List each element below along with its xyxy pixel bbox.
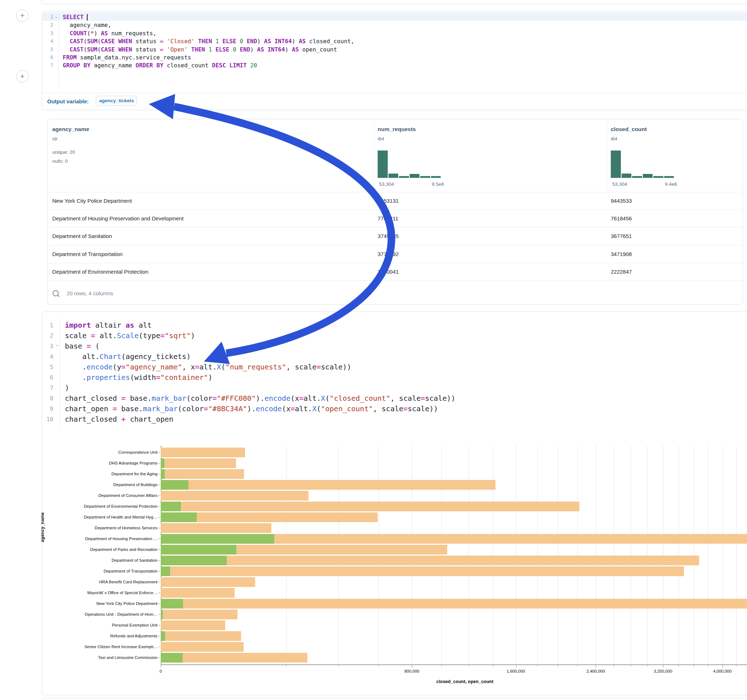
- code-line[interactable]: base = (: [65, 341, 100, 352]
- code-line[interactable]: CAST(SUM(CASE WHEN status = 'Open' THEN …: [63, 45, 337, 54]
- x-axis-tick-label: 800,000: [404, 669, 419, 673]
- y-axis-label: Department of Transportation: [41, 569, 157, 573]
- y-axis-label: New York City Police Department: [41, 601, 157, 606]
- add-cell-button-top[interactable]: +: [16, 9, 29, 22]
- row-divider: [48, 210, 742, 210]
- y-axis-tick: [158, 582, 160, 582]
- y-axis-label: HRA Benefit Card Replacement: [41, 579, 157, 584]
- row-divider: [48, 281, 742, 281]
- chart-bar-open_count: [161, 512, 197, 522]
- y-axis-label: Operations Unit - Department of Hom…: [41, 612, 157, 617]
- output-variable-pill[interactable]: agency_tickets: [96, 96, 137, 106]
- line-number: 2: [42, 21, 53, 29]
- chart-bar-open_count: [161, 502, 181, 511]
- code-line[interactable]: chart_closed = base.mark_bar(color="#FFC…: [65, 393, 455, 404]
- y-axis-label: Department of Parks and Recreation: [41, 547, 157, 552]
- histogram-bar: [611, 151, 621, 178]
- output-variable-label: Output variable:: [47, 98, 89, 104]
- x-axis-tick-label: 2,400,000: [587, 669, 605, 673]
- y-axis-tick: [158, 474, 160, 475]
- table-cell: 3471908: [611, 251, 632, 257]
- histogram-bar: [399, 176, 409, 178]
- y-axis-tick: [158, 647, 160, 647]
- y-axis-label: Senior Citizen Rent Increase Exempti…: [41, 644, 157, 649]
- histogram-bar: [664, 176, 674, 178]
- code-line[interactable]: scale = alt.Scale(type="sqrt"): [65, 330, 195, 341]
- column-type: i64: [378, 136, 384, 142]
- code-line[interactable]: chart_closed + chart_open: [65, 414, 173, 424]
- line-number: 9: [42, 404, 53, 414]
- code-line[interactable]: .encode(y="agency_name", x=alt.X("num_re…: [65, 362, 351, 372]
- chart-gridline: [647, 446, 647, 664]
- histogram-bar: [410, 174, 420, 178]
- table-cell: 3677651: [611, 233, 632, 239]
- code-line[interactable]: import altair as alt: [65, 320, 152, 330]
- table-cell: New York City Police Department: [52, 198, 132, 204]
- chart-gridline: [286, 446, 286, 664]
- collapse-caret-icon[interactable]: ⌄: [54, 14, 58, 19]
- chart-gridline: [679, 446, 679, 664]
- column-header-num_requests[interactable]: num_requests: [378, 126, 416, 133]
- chart-bar-closed_count: [161, 577, 255, 587]
- chart-bar-open_count: [161, 566, 170, 576]
- line-number: 4: [42, 37, 53, 45]
- column-histogram: [378, 151, 443, 178]
- y-axis-label: Department of Sanitation: [41, 558, 157, 563]
- chart-gridline: [694, 446, 694, 664]
- code-line[interactable]: COUNT(*) AS num_requests,: [63, 29, 156, 38]
- line-number: 8: [42, 393, 53, 404]
- chart-bar-closed_count: [161, 480, 496, 490]
- x-axis-tick-label: 3,200,000: [654, 669, 672, 673]
- chart-bar-closed_count: [161, 599, 747, 608]
- chart-gridline: [469, 446, 469, 664]
- line-number: 2: [42, 330, 53, 341]
- result-table-card: [47, 119, 743, 305]
- y-axis-tick: [158, 495, 160, 496]
- chart-bar-closed_count: [161, 523, 271, 533]
- table-cell: Department of Transportation: [52, 251, 122, 257]
- collapse-caret-icon[interactable]: ⌄: [55, 342, 59, 347]
- code-line[interactable]: SELECT: [63, 13, 88, 21]
- y-axis-tick: [158, 560, 160, 561]
- code-line[interactable]: ): [65, 383, 69, 393]
- chart-bar-closed_count: [161, 502, 579, 511]
- y-axis-label: Department of Environmental Protection: [41, 504, 157, 509]
- code-line[interactable]: GROUP BY agency_name ORDER BY closed_cou…: [63, 61, 257, 69]
- table-cell: 2240041: [378, 269, 399, 275]
- code-line[interactable]: alt.Chart(agency_tickets): [65, 352, 191, 362]
- histogram-min-label: 53,304: [379, 181, 394, 187]
- chart-bar-open_count: [161, 480, 189, 490]
- y-axis-tick: [158, 539, 160, 539]
- table-row-count: 20 rows, 4 columns: [67, 290, 113, 296]
- code-line[interactable]: chart_open = base.mark_bar(color="#8BC34…: [65, 404, 438, 414]
- y-axis-tick: [158, 463, 160, 464]
- active-line-highlight: [42, 12, 747, 21]
- code-line[interactable]: .properties(width="container"): [65, 372, 212, 383]
- row-divider: [48, 245, 742, 246]
- code-line[interactable]: agency_name,: [63, 21, 111, 29]
- column-header-closed_count[interactable]: closed_count: [611, 126, 647, 133]
- histogram-max-label: 9.4e6: [665, 181, 677, 187]
- chart-bar-closed_count: [161, 556, 699, 565]
- table-cell: 7618456: [611, 215, 632, 222]
- chart-bar-open_count: [161, 459, 164, 468]
- code-line[interactable]: CAST(SUM(CASE WHEN status = 'Closed' THE…: [63, 37, 354, 45]
- histogram-bar: [389, 173, 399, 178]
- y-axis-label: Refunds and Adjustments: [41, 634, 157, 638]
- chart-bar-closed_count: [161, 642, 243, 652]
- header-column-separator: [607, 119, 608, 190]
- chart-bar-open_count: [161, 534, 274, 544]
- row-divider: [48, 227, 742, 228]
- add-cell-button-middle[interactable]: +: [16, 70, 29, 83]
- chart-gridline: [663, 446, 664, 664]
- next-cell-top-edge: [42, 698, 747, 700]
- chart-bar-closed_count: [161, 609, 237, 619]
- histogram-min-label: 53,304: [612, 181, 627, 187]
- line-number: 3: [42, 341, 53, 352]
- chart-gridline: [708, 446, 708, 664]
- chart-gridline: [577, 446, 578, 664]
- code-line[interactable]: FROM sample_data.nyc.service_requests: [63, 53, 191, 62]
- column-header-agency_name[interactable]: agency_name: [52, 126, 89, 133]
- row-divider: [48, 192, 742, 192]
- chart-gridline: [412, 446, 412, 664]
